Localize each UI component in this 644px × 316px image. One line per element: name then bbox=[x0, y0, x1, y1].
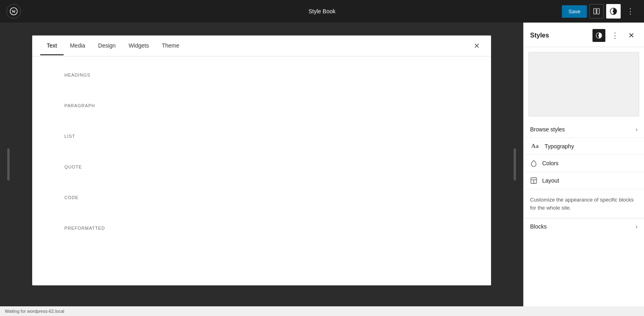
section-headings: HEADINGS bbox=[64, 73, 459, 77]
stylebook-content: HEADINGS PARAGRAPH LIST QUOTE CODE PREFO… bbox=[32, 56, 491, 285]
blocks-item[interactable]: Blocks › bbox=[524, 218, 644, 235]
section-quote: QUOTE bbox=[64, 164, 459, 169]
sidebar-header: Styles ⋮ ✕ bbox=[524, 23, 644, 47]
blocks-arrow-icon: › bbox=[636, 223, 638, 230]
section-code: CODE bbox=[64, 195, 459, 200]
section-quote-label: QUOTE bbox=[64, 164, 459, 169]
topbar-right: Save ⋮ bbox=[562, 4, 638, 19]
topbar-left: W bbox=[6, 4, 21, 19]
sidebar-close-button[interactable]: ✕ bbox=[625, 29, 638, 42]
section-headings-label: HEADINGS bbox=[64, 73, 459, 77]
typography-item[interactable]: Aa Typography bbox=[524, 138, 644, 155]
layout-item[interactable]: Layout bbox=[524, 172, 644, 189]
topbar: W Style Book Save ⋮ bbox=[0, 0, 644, 23]
layout-label: Layout bbox=[542, 177, 638, 184]
colors-icon bbox=[530, 160, 537, 167]
section-preformatted-label: PREFORMATTED bbox=[64, 226, 459, 231]
tab-theme[interactable]: Theme bbox=[155, 37, 186, 55]
tabs-bar: Text Media Design Widgets Theme ✕ bbox=[32, 35, 491, 56]
layout-toggle-button[interactable] bbox=[589, 4, 604, 19]
statusbar: Waiting for wordpress-62.local bbox=[0, 306, 644, 316]
statusbar-text: Waiting for wordpress-62.local bbox=[5, 309, 64, 314]
section-list-label: LIST bbox=[64, 134, 459, 139]
main-area: Text Media Design Widgets Theme ✕ HEADIN… bbox=[0, 23, 644, 306]
sidebar-more-button[interactable]: ⋮ bbox=[609, 29, 621, 42]
tab-widgets[interactable]: Widgets bbox=[122, 37, 155, 55]
tab-media[interactable]: Media bbox=[64, 37, 92, 55]
more-options-button[interactable]: ⋮ bbox=[623, 4, 638, 19]
scroll-handle-right[interactable] bbox=[514, 148, 516, 181]
close-stylebook-button[interactable]: ✕ bbox=[471, 40, 483, 52]
sidebar-description: Customize the appearance of specific blo… bbox=[524, 189, 644, 218]
preview-thumbnail bbox=[528, 52, 639, 116]
browse-styles-label: Browse styles bbox=[530, 126, 636, 133]
section-code-label: CODE bbox=[64, 195, 459, 200]
svg-point-5 bbox=[613, 10, 614, 12]
svg-rect-3 bbox=[597, 8, 599, 14]
colors-label: Colors bbox=[542, 160, 638, 166]
section-preformatted: PREFORMATTED bbox=[64, 226, 459, 231]
save-button[interactable]: Save bbox=[562, 5, 587, 18]
scroll-handle-left[interactable] bbox=[7, 148, 10, 181]
section-paragraph-label: PARAGRAPH bbox=[64, 103, 459, 108]
sidebar-preview-button[interactable] bbox=[592, 29, 605, 42]
browse-styles-arrow-icon: › bbox=[636, 126, 638, 133]
typography-icon: Aa bbox=[530, 143, 540, 150]
styles-button[interactable] bbox=[606, 4, 621, 19]
blocks-label: Blocks bbox=[530, 223, 636, 230]
colors-item[interactable]: Colors bbox=[524, 155, 644, 172]
tab-design[interactable]: Design bbox=[92, 37, 122, 55]
styles-sidebar: Styles ⋮ ✕ Browse styles › Aa Typography bbox=[523, 23, 644, 306]
stylebook-area: Text Media Design Widgets Theme ✕ HEADIN… bbox=[0, 23, 523, 306]
svg-rect-2 bbox=[594, 8, 596, 14]
section-paragraph: PARAGRAPH bbox=[64, 103, 459, 108]
svg-point-7 bbox=[598, 35, 600, 36]
sidebar-title: Styles bbox=[530, 32, 589, 39]
typography-label: Typography bbox=[545, 143, 638, 150]
browse-styles-item[interactable]: Browse styles › bbox=[524, 121, 644, 138]
layout-icon bbox=[530, 177, 537, 184]
svg-text:W: W bbox=[12, 9, 16, 14]
page-title: Style Book bbox=[309, 8, 336, 15]
section-list: LIST bbox=[64, 134, 459, 139]
wp-logo[interactable]: W bbox=[6, 4, 21, 19]
tab-text[interactable]: Text bbox=[40, 37, 64, 55]
stylebook-container: Text Media Design Widgets Theme ✕ HEADIN… bbox=[32, 35, 491, 285]
